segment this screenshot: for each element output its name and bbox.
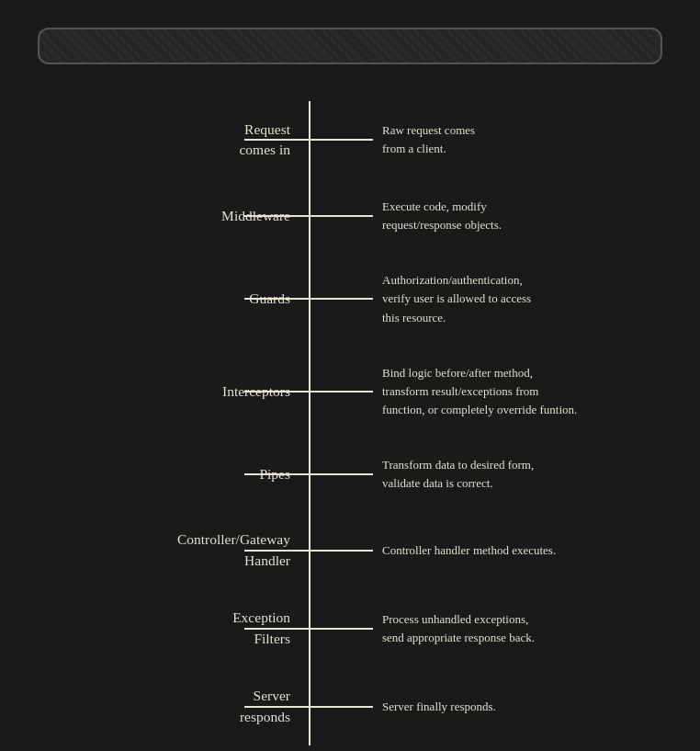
connector-server (299, 693, 327, 721)
desc-middleware: Execute code, modify request/response ob… (327, 198, 662, 234)
title-box (38, 28, 662, 64)
lifecycle-row-request: Request comes inRaw request comes from a… (38, 101, 662, 179)
desc-pipes: Transform data to desired form, validate… (327, 456, 662, 493)
connector-exception (299, 615, 327, 643)
connector-controller (299, 537, 327, 564)
lifecycle-row-interceptors: InterceptorsBind logic before/after meth… (38, 346, 662, 438)
desc-exception: Process unhandled exceptions, send appro… (327, 610, 662, 647)
lifecycle-row-middleware: MiddlewareExecute code, modify request/r… (38, 179, 662, 253)
lifecycle-row-exception: Exception FiltersProcess unhandled excep… (38, 589, 662, 667)
connector-guards (299, 285, 327, 313)
desc-request: Raw request comes from a client. (327, 121, 662, 158)
desc-interceptors: Bind logic before/after method, transfor… (327, 364, 662, 419)
desc-controller: Controller handler method executes. (327, 541, 662, 560)
desc-guards: Authorization/authentication, verify use… (327, 271, 662, 326)
desc-server: Server finally responds. (327, 698, 662, 716)
lifecycle-row-controller: Controller/Gateway HandlerController han… (38, 511, 662, 589)
lifecycle-row-guards: GuardsAuthorization/authentication, veri… (38, 253, 662, 345)
lifecycle-row-pipes: PipesTransform data to desired form, val… (38, 438, 662, 511)
lifecycle-row-server: Server respondsServer finally responds. (38, 667, 662, 745)
connector-interceptors (299, 378, 327, 405)
connector-request (299, 126, 327, 154)
connector-pipes (299, 461, 327, 488)
connector-middleware (299, 202, 327, 230)
lifecycle-diagram: Request comes inRaw request comes from a… (38, 101, 662, 745)
